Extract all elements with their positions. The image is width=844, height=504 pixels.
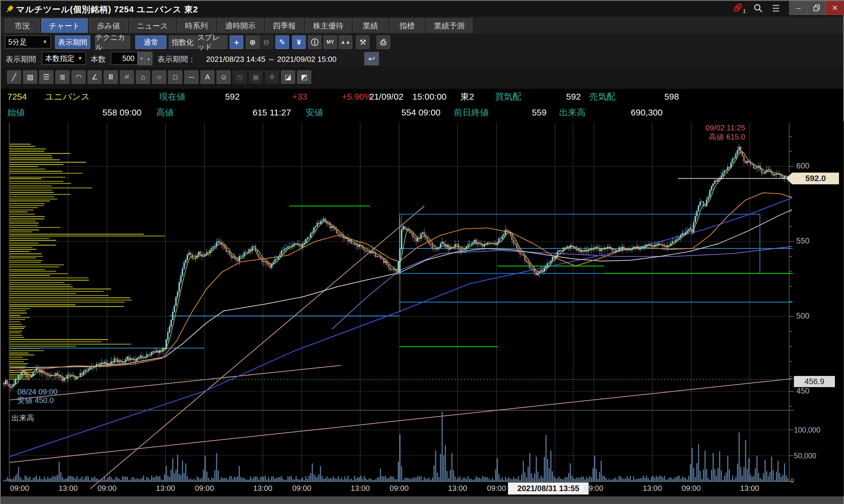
link-badge: 1 (743, 8, 746, 14)
tab-株主優待[interactable]: 株主優待 (305, 18, 352, 33)
chart-toolbar: 5分足▼ 表示期間テクニカル通常指数化スプレッド ＋⊕⊖✎¥ⓘMY▲▲⚒⎙ (1, 34, 843, 50)
eraser-tool[interactable]: ◪ (281, 70, 295, 84)
high-annotation: 09/02 11:25高値 615.0 (706, 123, 745, 142)
time-axis-label: 13:00 (740, 484, 759, 493)
count-label: 本数 (91, 54, 106, 65)
price-change: +33 (276, 89, 307, 105)
mountain-chart-icon[interactable]: ▲▲ (339, 35, 352, 49)
count-up-spinner[interactable]: ▲ (145, 52, 152, 65)
volume-axis-50k: 50,000 (794, 452, 816, 460)
pentagon-tool[interactable]: ⌂ (136, 70, 150, 84)
time-axis-label: 13:00 (351, 484, 370, 493)
button-指数化[interactable]: 指数化 (169, 35, 196, 49)
volume-label: 出来高 (559, 105, 586, 121)
count-down-spinner[interactable]: ▼ (138, 52, 145, 65)
text-tool[interactable]: A (200, 70, 215, 84)
low-annotation: 08/24 09:00安値 450.0 (17, 388, 57, 405)
drag-object-tool[interactable]: ✥ (265, 70, 279, 84)
rectangle-tool[interactable]: □ (168, 70, 182, 84)
window-bottom-bar[interactable] (1, 496, 843, 504)
icon-stamp-tool[interactable]: ☺ (217, 70, 231, 84)
parallel-lines-tool[interactable]: ☰ (39, 70, 53, 84)
time-axis-label: 13:00 (643, 484, 662, 493)
time-axis-label: 13:00 (253, 484, 272, 493)
ray-fan-tool[interactable]: /// (120, 70, 134, 84)
search-icon[interactable] (752, 3, 765, 14)
menu-icon[interactable]: ☰ (769, 3, 783, 14)
tab-業績予測[interactable]: 業績予測 (426, 18, 472, 33)
range-value: 2021/08/23 14:45 ～ 2021/09/02 15:00 (206, 54, 337, 65)
high-value: 615 11:27 (221, 105, 291, 121)
prev-close-label: 前日終値 (454, 105, 489, 121)
time-axis-label: 09:00 (585, 484, 604, 493)
price-axis-label-500: 500 (796, 311, 809, 321)
yen-icon[interactable]: ¥ (292, 35, 306, 49)
low-label: 安値 (306, 105, 323, 121)
restore-button[interactable] (808, 1, 826, 15)
quote-date: 21/09/02 (369, 89, 403, 105)
time-arrow-tool[interactable]: ◷ (233, 70, 247, 84)
period-mode-select[interactable]: 本数指定▼ (42, 52, 86, 65)
fib-timezone-tool[interactable]: Ⅲ (104, 70, 118, 84)
title-bar: マルチツール(個別銘柄) 7254 ユニバンス 東2 1 ☰ – ✕ (1, 1, 843, 17)
fib-arc-tool[interactable]: ◠ (72, 70, 86, 84)
eraser-all-tool[interactable]: ◩ (297, 70, 311, 84)
tab-bar: 市況チャート歩み値ニュース時系列適時開示四季報株主優待業績指標業績予測 (1, 17, 843, 34)
copy-object-tool[interactable]: ▣ (249, 70, 263, 84)
volume-value: 690,300 (605, 105, 663, 121)
undo-icon[interactable]: ↩ (364, 52, 379, 65)
my-chart-icon[interactable]: MY (324, 35, 337, 49)
printer-icon[interactable]: ⎙ (377, 35, 390, 49)
button-表示期間[interactable]: 表示期間 (55, 35, 90, 49)
button-スプレッド[interactable]: スプレッド (197, 35, 228, 49)
trendline-tool[interactable]: ╱ (7, 70, 21, 84)
time-axis-label: 13:00 (59, 484, 78, 493)
high-label: 高値 (156, 105, 174, 121)
pushpin-icon (5, 4, 14, 14)
button-通常[interactable]: 通常 (136, 35, 166, 49)
link-icon[interactable]: 1 (733, 3, 746, 14)
multi-lines-tool[interactable]: ≣ (55, 70, 69, 84)
tab-適時開示[interactable]: 適時開示 (217, 18, 264, 33)
minimize-button[interactable]: – (789, 1, 808, 15)
tab-チャート[interactable]: チャート (41, 18, 88, 33)
volume-axis-zero: 0 (790, 477, 794, 484)
count-input[interactable]: 500 (111, 52, 138, 65)
zoom-out-icon[interactable]: ⊖ (259, 35, 273, 49)
tab-ニュース[interactable]: ニュース (129, 18, 176, 33)
interval-select[interactable]: 5分足▼ (5, 35, 51, 48)
price-chart (1, 122, 844, 496)
quote-time: 15:00:00 (412, 89, 447, 105)
volume-axis-100k: 100,000 (794, 426, 820, 434)
crosshair-datetime-tooltip: 2021/08/31 13:55 (508, 482, 589, 494)
time-axis-label: 13:00 (156, 484, 175, 493)
tab-市況[interactable]: 市況 (5, 18, 40, 33)
tab-四季報[interactable]: 四季報 (265, 18, 304, 33)
market-name: 東2 (461, 89, 474, 105)
time-axis-label: 09:00 (10, 484, 29, 493)
tab-歩み値[interactable]: 歩み値 (89, 18, 128, 33)
tab-時系列[interactable]: 時系列 (177, 18, 216, 33)
crosshair-icon[interactable]: ＋ (230, 35, 243, 49)
price-axis-label-450: 450 (796, 386, 809, 396)
horizontal-line-tool[interactable]: ─ (184, 70, 198, 84)
info-icon[interactable]: ⓘ (308, 35, 322, 49)
pencil-icon[interactable]: ✎ (275, 35, 289, 49)
wrench-icon[interactable]: ⚒ (356, 35, 370, 49)
window-title: マルチツール(個別銘柄) 7254 ユニバンス 東2 (16, 4, 198, 16)
price-axis-label-550: 550 (796, 236, 809, 246)
prev-close-value: 559 (517, 105, 546, 121)
period-toolbar: 表示期間 本数指定▼ 本数 500 ▼ ▲ 表示期間： 2021/08/23 1… (1, 50, 843, 67)
tab-指標[interactable]: 指標 (390, 18, 425, 33)
ellipse-tool[interactable]: ○ (152, 70, 166, 84)
ruler-tool[interactable]: ▨ (23, 70, 37, 84)
time-axis-label: 09:00 (487, 484, 506, 493)
fib-fan-tool[interactable]: ∠ (88, 70, 102, 84)
current-price-label: 現在値 (159, 89, 185, 105)
chart-area[interactable]: 09/02 11:25高値 615.0 08/24 09:00安値 450.0 … (1, 122, 844, 496)
zoom-in-icon[interactable]: ⊕ (246, 35, 259, 49)
button-テクニカル[interactable]: テクニカル (95, 35, 130, 49)
close-button[interactable]: ✕ (826, 1, 844, 15)
tab-業績[interactable]: 業績 (353, 18, 388, 33)
stock-code: 7254 (7, 89, 27, 105)
